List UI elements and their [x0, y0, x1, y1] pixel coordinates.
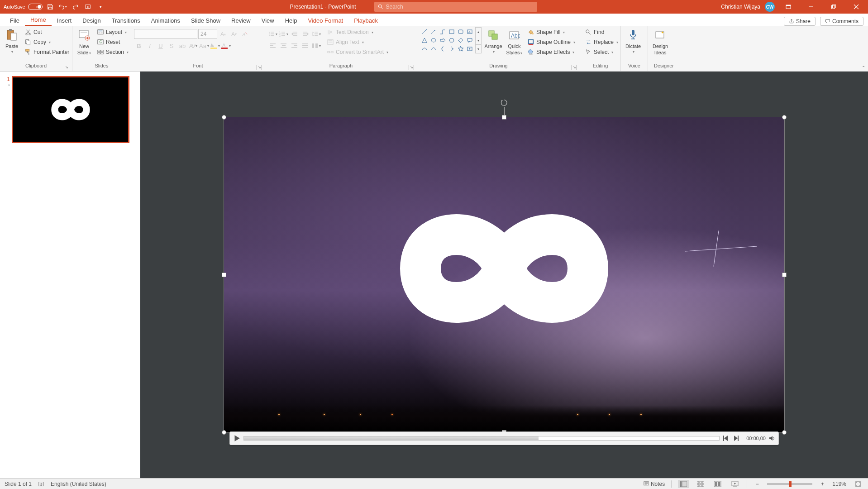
- comments-button[interactable]: Comments: [820, 17, 863, 26]
- tab-insert[interactable]: Insert: [52, 14, 77, 26]
- tab-file[interactable]: File: [5, 14, 25, 26]
- shapes-scroll-down[interactable]: ▾: [476, 36, 481, 45]
- selection-handle-bl[interactable]: [222, 430, 226, 435]
- shape-lbrace-icon[interactable]: [439, 45, 446, 53]
- tab-transitions[interactable]: Transitions: [106, 14, 146, 26]
- drawing-launcher[interactable]: ↘: [572, 65, 577, 70]
- save-icon[interactable]: [45, 2, 55, 12]
- selection-handle-tl[interactable]: [222, 115, 226, 120]
- tab-playback[interactable]: Playback: [348, 14, 383, 26]
- video-object[interactable]: 00:00,00: [224, 117, 785, 433]
- shapes-gallery[interactable]: A: [420, 27, 474, 53]
- increase-font-icon[interactable]: A▴: [218, 29, 228, 39]
- align-right-button[interactable]: [290, 41, 300, 51]
- step-back-button[interactable]: [722, 435, 730, 442]
- tab-view[interactable]: View: [256, 14, 280, 26]
- align-text-button[interactable]: Align Text▾: [325, 37, 390, 47]
- selection-handle-l[interactable]: [222, 273, 226, 277]
- shapes-scroll-up[interactable]: ▴: [476, 28, 481, 36]
- video-seek-track[interactable]: [243, 436, 720, 441]
- format-painter-button[interactable]: Format Painter: [23, 47, 71, 57]
- section-button[interactable]: Section▾: [95, 47, 130, 57]
- decrease-indent-button[interactable]: [290, 29, 300, 39]
- search-box[interactable]: [374, 2, 537, 12]
- cut-button[interactable]: Cut: [23, 27, 71, 37]
- zoom-out-button[interactable]: −: [754, 481, 761, 487]
- shape-hexagon-icon[interactable]: [448, 37, 455, 44]
- maximize-button[interactable]: [825, 0, 843, 14]
- ribbon-display-options-icon[interactable]: [779, 0, 797, 14]
- italic-button[interactable]: I: [145, 41, 155, 51]
- shape-line-icon[interactable]: [421, 28, 428, 35]
- shape-rect-icon[interactable]: [448, 28, 455, 35]
- shape-rbrace-icon[interactable]: [448, 45, 455, 53]
- shape-outline-button[interactable]: Shape Outline▾: [525, 37, 577, 47]
- align-center-button[interactable]: [279, 41, 289, 51]
- tab-slide-show[interactable]: Slide Show: [186, 14, 226, 26]
- shape-textbox-icon[interactable]: A: [466, 28, 473, 35]
- shapes-more[interactable]: ▾: [476, 45, 481, 53]
- clear-formatting-icon[interactable]: A: [240, 29, 250, 39]
- normal-view-button[interactable]: [678, 480, 689, 488]
- qat-customize-icon[interactable]: ▾: [96, 2, 106, 12]
- find-button[interactable]: Find: [583, 27, 620, 37]
- slideshow-view-button[interactable]: [730, 480, 740, 488]
- tab-review[interactable]: Review: [226, 14, 256, 26]
- font-launcher[interactable]: ↘: [257, 65, 262, 70]
- font-family-combo[interactable]: [134, 29, 197, 39]
- zoom-in-button[interactable]: +: [819, 481, 826, 487]
- slide-canvas[interactable]: 00:00,00: [140, 72, 868, 478]
- zoom-slider[interactable]: [767, 483, 812, 485]
- selection-handle-br[interactable]: [782, 430, 787, 435]
- shape-effects-button[interactable]: Shape Effects▾: [525, 47, 577, 57]
- notes-button[interactable]: Notes: [643, 481, 665, 487]
- underline-button[interactable]: U: [156, 41, 166, 51]
- replace-button[interactable]: Replace▾: [583, 37, 620, 47]
- mute-button[interactable]: [768, 435, 776, 442]
- shape-curve-icon[interactable]: [430, 45, 437, 53]
- clipboard-launcher[interactable]: ↘: [64, 65, 69, 70]
- shape-arrow-icon[interactable]: [430, 28, 437, 35]
- user-avatar[interactable]: CW: [765, 2, 775, 12]
- bold-button[interactable]: B: [134, 41, 144, 51]
- tab-video-format[interactable]: Video Format: [302, 14, 348, 26]
- redo-button[interactable]: [71, 2, 81, 12]
- select-button[interactable]: Select▾: [583, 47, 620, 57]
- shape-callout-icon[interactable]: [466, 37, 473, 44]
- dictate-button[interactable]: Dictate▾: [624, 27, 643, 55]
- zoom-level[interactable]: 119%: [832, 481, 846, 487]
- decrease-font-icon[interactable]: A▾: [229, 29, 239, 39]
- play-button[interactable]: [233, 434, 241, 442]
- start-from-beginning-icon[interactable]: [83, 2, 93, 12]
- accessibility-icon[interactable]: [38, 481, 44, 487]
- text-direction-button[interactable]: ||AText Direction▾: [325, 27, 390, 37]
- selection-handle-r[interactable]: [782, 273, 787, 277]
- rotate-handle[interactable]: [500, 99, 508, 116]
- arrange-button[interactable]: Arrange▾: [483, 27, 503, 55]
- char-spacing-button[interactable]: AV▾: [188, 41, 198, 51]
- shape-roundrect-icon[interactable]: [457, 28, 464, 35]
- shape-action-icon[interactable]: [466, 45, 473, 53]
- reading-view-button[interactable]: [712, 480, 723, 488]
- thumbnail-1[interactable]: 1 *: [4, 76, 136, 143]
- font-size-combo[interactable]: [198, 29, 217, 39]
- fit-to-window-button[interactable]: [853, 480, 863, 488]
- shape-diamond-icon[interactable]: [457, 37, 464, 44]
- close-button[interactable]: [847, 0, 865, 14]
- line-spacing-button[interactable]: ▾: [311, 29, 321, 39]
- collapse-ribbon-icon[interactable]: ⌃: [862, 65, 865, 70]
- shape-triangle-icon[interactable]: [421, 37, 428, 44]
- columns-button[interactable]: ▾: [311, 41, 321, 51]
- justify-button[interactable]: [300, 41, 310, 51]
- paragraph-launcher[interactable]: ↘: [409, 65, 414, 70]
- undo-button[interactable]: ▾: [58, 2, 68, 12]
- share-button[interactable]: Share: [784, 17, 816, 26]
- new-slide-button[interactable]: New Slide▾: [75, 27, 93, 56]
- highlight-button[interactable]: ▾: [210, 41, 220, 51]
- shape-arc-icon[interactable]: [421, 45, 428, 53]
- selection-handle-tr[interactable]: [782, 115, 787, 120]
- align-left-button[interactable]: [268, 41, 278, 51]
- paste-button[interactable]: Paste▾: [3, 27, 21, 55]
- tab-design[interactable]: Design: [77, 14, 106, 26]
- text-shadow-button[interactable]: S: [167, 41, 176, 51]
